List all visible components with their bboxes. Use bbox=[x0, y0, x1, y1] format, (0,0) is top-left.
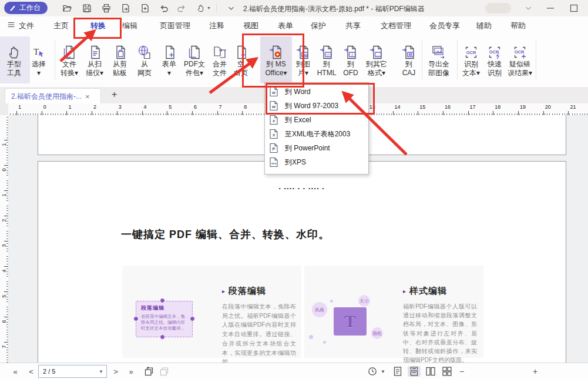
quill-icon bbox=[9, 4, 16, 12]
menu-tab-comment[interactable]: 注释 bbox=[209, 21, 224, 31]
new-doc-icon[interactable] bbox=[140, 4, 150, 13]
ruler-number: 1 bbox=[1, 140, 7, 149]
minimize-icon[interactable] bbox=[546, 4, 555, 13]
menu-tab-home[interactable]: 主页 bbox=[53, 21, 69, 31]
undo-icon[interactable] bbox=[159, 4, 169, 13]
view-mode-icon[interactable] bbox=[367, 363, 378, 379]
toolbar-separator bbox=[457, 40, 458, 80]
close-tab-icon[interactable]: × bbox=[85, 92, 90, 101]
menu-file[interactable]: 文件 bbox=[19, 21, 34, 31]
ruler-tick bbox=[543, 111, 544, 115]
ruler-number: 15 bbox=[419, 104, 425, 110]
next-page-button[interactable]: > bbox=[110, 363, 122, 379]
ruler-number: 5 bbox=[169, 104, 172, 110]
ruler-number: 7 bbox=[219, 104, 222, 110]
print-icon[interactable] bbox=[102, 4, 111, 13]
svg-text:</>: </> bbox=[326, 53, 331, 56]
menu-item-to-powerpoint[interactable]: P到 PowerPoint bbox=[265, 141, 368, 155]
tool-export-all-images[interactable]: 导出全部图像 bbox=[423, 36, 455, 83]
workspace-button[interactable]: 工作台 bbox=[4, 2, 48, 14]
save-icon[interactable] bbox=[82, 4, 92, 13]
last-page-button[interactable]: » bbox=[125, 363, 137, 379]
selection-handle bbox=[190, 316, 195, 321]
tool-suspect-error-results[interactable]: OCR疑似错误结果▾ bbox=[504, 36, 536, 83]
open-file-icon[interactable] bbox=[62, 4, 72, 13]
continuous-facing-layout-icon[interactable] bbox=[441, 366, 453, 377]
zoom-out-button[interactable]: − bbox=[457, 363, 466, 379]
ruler-tick bbox=[42, 111, 42, 115]
ruler-number: 3 bbox=[119, 104, 122, 110]
style-letter-box: T bbox=[334, 307, 367, 336]
menu-tab-doc-manage[interactable]: 文档管理 bbox=[381, 21, 411, 31]
ruler-number: 4 bbox=[144, 104, 147, 110]
card-heading: ▸ 样式编辑 bbox=[403, 286, 447, 297]
ruler-tick bbox=[493, 111, 493, 115]
prev-page-button[interactable]: < bbox=[25, 363, 37, 379]
new-tab-button[interactable]: + bbox=[112, 89, 117, 100]
menu-item-to-excel[interactable]: x到 Excel bbox=[265, 113, 368, 127]
hamburger-icon[interactable] bbox=[7, 21, 15, 29]
menu-item-to-word-97-2003[interactable]: w到 Word 97-2003 bbox=[265, 99, 368, 113]
menu-tab-page-manage[interactable]: 页面管理 bbox=[160, 21, 190, 31]
tool-blank-page[interactable]: 空白页 bbox=[225, 36, 257, 83]
menu-tab-view[interactable]: 视图 bbox=[243, 21, 258, 31]
collapse-toolbar-icon[interactable] bbox=[227, 5, 237, 14]
menu-tab-protect[interactable]: 保护 bbox=[311, 21, 326, 31]
menu-item-to-xps[interactable]: XPS到XPS bbox=[265, 155, 368, 169]
svg-text:OCR: OCR bbox=[466, 50, 476, 55]
view-mode-dropdown-arrow[interactable]: ▼ bbox=[379, 363, 387, 379]
card-body-text: 福昕PDF编辑器个人版可以通过移动和缩放段落调整文档布局，对文本、图像、形状等对… bbox=[403, 302, 477, 363]
ruler-number: 1 bbox=[68, 104, 71, 110]
tool-to-caj[interactable]: 到CAJ bbox=[393, 36, 425, 83]
document-tab[interactable]: 2.福昕会员使用指南-... × bbox=[5, 88, 101, 104]
ruler-tick bbox=[167, 111, 167, 115]
ruler-number: 4 bbox=[1, 267, 7, 275]
maximize-icon[interactable] bbox=[569, 4, 579, 13]
ruler-tick bbox=[518, 111, 519, 115]
titlebar-separator bbox=[216, 4, 217, 13]
menu-tab-member[interactable]: 会员专享 bbox=[429, 21, 460, 31]
tool-to-other-format[interactable]: …到其它格式▾ bbox=[361, 36, 392, 83]
hand-tool-dropdown-arrow[interactable]: ▼ bbox=[207, 6, 211, 10]
ruler-tick bbox=[443, 111, 443, 115]
svg-text:…: … bbox=[376, 52, 380, 56]
redo-icon[interactable] bbox=[177, 4, 186, 13]
menu-tab-form[interactable]: 表单 bbox=[278, 21, 293, 31]
menu-tab-share[interactable]: 共享 bbox=[345, 21, 361, 31]
vertical-ruler: 1012345678 bbox=[0, 115, 9, 363]
export-doc-icon[interactable] bbox=[121, 4, 130, 13]
menu-item-to-xml-2003[interactable]: x至XML电子表格2003 bbox=[265, 127, 368, 141]
ruler-tick bbox=[217, 111, 218, 115]
page-dropdown-arrow[interactable]: ▼ bbox=[99, 369, 103, 374]
ruler-number: 2 bbox=[93, 104, 96, 110]
selection-handle bbox=[133, 316, 139, 321]
ruler-number: 19 bbox=[520, 104, 526, 110]
menu-tab-convert[interactable]: 转换 bbox=[90, 21, 106, 31]
next-view-icon[interactable] bbox=[157, 363, 171, 379]
menu-tab-assist[interactable]: 辅助 bbox=[476, 21, 492, 31]
menu-tab-edit[interactable]: 编辑 bbox=[122, 21, 137, 31]
facing-layout-icon[interactable] bbox=[424, 366, 437, 377]
page-number-value: 2 / 5 bbox=[43, 368, 99, 375]
ruler-number: 3 bbox=[1, 242, 7, 250]
to-xps-icon: XPS bbox=[269, 157, 278, 167]
hand-quick-tool-icon[interactable] bbox=[196, 4, 206, 13]
window-title: 2.福昕会员使用指南-演示文档-原始.pdf * - 福昕PDF编辑器 bbox=[243, 4, 425, 14]
deco-dot bbox=[323, 341, 326, 344]
ruler-tick bbox=[468, 111, 469, 115]
single-page-layout-icon[interactable] bbox=[391, 366, 404, 377]
page-number-input[interactable]: 2 / 5 ▼ bbox=[38, 365, 107, 378]
to-ms-office-dropdown: w到 Wordw到 Word 97-2003x到 Excelx至XML电子表格2… bbox=[264, 82, 369, 175]
ruler-tick bbox=[66, 111, 67, 115]
chevron-down-icon[interactable] bbox=[525, 5, 534, 14]
menu-item-to-word[interactable]: w到 Word bbox=[265, 85, 368, 99]
previous-view-icon[interactable] bbox=[142, 363, 156, 379]
ruler-number: 14 bbox=[395, 104, 401, 110]
first-page-button[interactable]: « bbox=[9, 363, 21, 379]
ruler-number: 17 bbox=[470, 104, 476, 110]
zoom-in-button[interactable]: + bbox=[530, 363, 540, 379]
menu-tab-help[interactable]: 帮助 bbox=[510, 21, 526, 31]
document-tab-label: 2.福昕会员使用指南-... bbox=[11, 92, 83, 102]
tool-select-tool[interactable]: T选择▾ bbox=[23, 36, 55, 83]
continuous-layout-icon[interactable] bbox=[408, 366, 421, 377]
